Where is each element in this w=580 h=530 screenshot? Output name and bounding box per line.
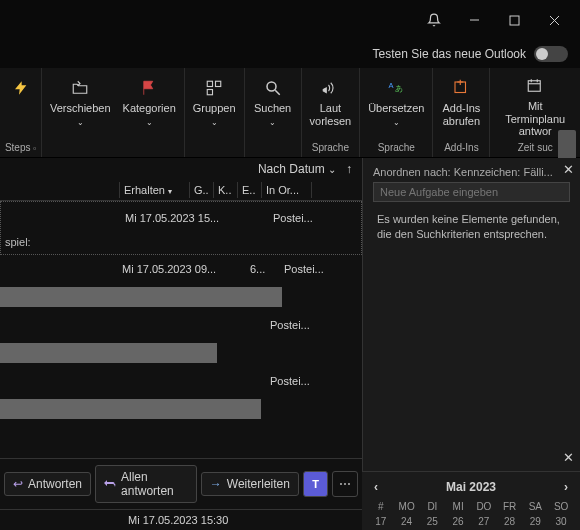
forward-icon: → (210, 477, 222, 491)
quicksteps-button[interactable] (6, 75, 36, 101)
forward-button[interactable]: → Weiterleiten (201, 472, 299, 496)
sort-by-button[interactable]: Nach Datum ⌄ (258, 162, 336, 176)
try-new-outlook-row: Testen Sie das neue Outlook (0, 40, 580, 68)
svg-rect-4 (207, 81, 212, 86)
calendar-peek: ✕ ‹ Mai 2023 › # MO DI MI DO FR SA SO 17… (362, 471, 580, 530)
calendar-day[interactable]: 25 (420, 515, 446, 528)
svg-text:あ: あ (395, 84, 403, 93)
get-addins-button[interactable]: Add-Ins abrufen (435, 75, 487, 129)
calendar-day[interactable]: 29 (523, 515, 549, 528)
close-task-pane-button[interactable]: ✕ (563, 162, 574, 177)
sort-row: Nach Datum ⌄ ↑ (0, 158, 362, 180)
move-button[interactable]: Verschieben ⌄ (44, 75, 117, 129)
calendar-day[interactable]: 30 (548, 515, 574, 528)
more-actions-button[interactable]: ⋯ (332, 471, 358, 497)
calendar-day[interactable]: 24 (394, 515, 420, 528)
chevron-down-icon: ⌄ (393, 118, 400, 127)
groups-button[interactable]: Gruppen ⌄ (187, 75, 242, 129)
translate-button[interactable]: Aあ Übersetzen ⌄ (362, 75, 430, 129)
language-group-label-2: Sprache (378, 140, 415, 154)
maximize-button[interactable] (496, 6, 532, 34)
try-new-outlook-toggle[interactable] (534, 46, 568, 62)
calendar-next-button[interactable]: › (558, 478, 574, 496)
mail-bar (0, 287, 282, 307)
close-calendar-button[interactable]: ✕ (563, 450, 574, 465)
reading-pane-header: Mi 17.05.2023 15:30 (0, 509, 362, 530)
mail-row[interactable]: Mi 17.05.2023 09... 6... Postei... (0, 255, 362, 283)
chevron-down-icon: ⌄ (269, 118, 276, 127)
minimize-button[interactable] (456, 6, 492, 34)
window-titlebar (0, 0, 580, 40)
calendar-day[interactable]: 26 (445, 515, 471, 528)
svg-rect-5 (216, 81, 221, 86)
reply-icon: ↩ (13, 477, 23, 491)
ribbon: Steps ▫ Verschieben ⌄ Kategorien ⌄ (0, 68, 580, 158)
arrange-by-label[interactable]: Anordnen nach: Kennzeichen: Fälli... (363, 158, 580, 182)
calendar-prev-button[interactable]: ‹ (368, 478, 384, 496)
column-inorder[interactable]: In Or... (262, 182, 312, 198)
mail-bar (0, 399, 261, 419)
chevron-down-icon: ⌄ (211, 118, 218, 127)
chevron-down-icon: ⌄ (146, 118, 153, 127)
svg-rect-14 (528, 81, 540, 92)
mail-list: Mi 17.05.2023 15... Postei... spiel: Mi … (0, 201, 362, 458)
reply-all-button[interactable]: ⮪ Allen antworten (95, 465, 197, 503)
read-aloud-button[interactable]: Laut vorlesen (304, 75, 358, 129)
categories-button[interactable]: Kategorien ⌄ (117, 75, 182, 129)
column-g[interactable]: G.. (190, 182, 214, 198)
calendar-day[interactable]: 27 (471, 515, 497, 528)
calendar-weekdays: # MO DI MI DO FR SA SO 17 24 25 26 27 28… (368, 500, 574, 528)
find-time-group-label: Zeit suc (518, 140, 553, 154)
svg-rect-6 (207, 90, 212, 95)
svg-rect-1 (510, 16, 519, 25)
column-header-row: Erhalten ▾ G.. K.. E.. In Or... (0, 180, 362, 201)
svg-line-8 (275, 90, 280, 95)
calendar-title: Mai 2023 (446, 480, 496, 494)
flag-icon (140, 77, 158, 99)
message-timestamp: Mi 17.05.2023 15:30 (128, 514, 228, 526)
addins-icon (451, 77, 471, 99)
quicksteps-group-label: Steps ▫ (5, 140, 36, 154)
read-aloud-icon (320, 77, 340, 99)
schedule-icon (525, 75, 545, 97)
no-items-message: Es wurden keine Elemente gefunden, die d… (363, 208, 580, 246)
mail-group-label: spiel: (3, 232, 359, 252)
sort-direction-button[interactable]: ↑ (346, 162, 352, 176)
teams-share-button[interactable]: T (303, 471, 329, 497)
mail-bar (0, 343, 217, 363)
chevron-down-icon: ⌄ (328, 164, 336, 175)
try-new-outlook-label: Testen Sie das neue Outlook (373, 47, 526, 61)
column-received[interactable]: Erhalten ▾ (120, 182, 190, 198)
notifications-icon[interactable] (416, 6, 452, 34)
mail-row[interactable]: Postei... (0, 311, 362, 339)
calendar-day[interactable]: 17 (368, 515, 394, 528)
mail-list-pane: Nach Datum ⌄ ↑ Erhalten ▾ G.. K.. E.. In… (0, 158, 362, 530)
translate-icon: Aあ (386, 77, 406, 99)
svg-point-7 (267, 82, 276, 91)
language-group-label: Sprache (312, 140, 349, 154)
search-icon (264, 77, 282, 99)
column-e[interactable]: E.. (238, 182, 262, 198)
mail-row[interactable]: Postei... (0, 367, 362, 395)
search-button[interactable]: Suchen ⌄ (247, 75, 299, 129)
lightning-icon (13, 77, 29, 99)
close-button[interactable] (536, 6, 572, 34)
addins-group-label: Add-Ins (444, 140, 478, 154)
groups-icon (204, 77, 224, 99)
column-k[interactable]: K.. (214, 182, 238, 198)
svg-text:A: A (389, 81, 394, 90)
chevron-down-icon: ⌄ (77, 118, 84, 127)
reply-button[interactable]: ↩ Antworten (4, 472, 91, 496)
folder-move-icon (70, 77, 90, 99)
mail-row[interactable]: Mi 17.05.2023 15... Postei... (3, 204, 359, 232)
reading-pane-actions: ↩ Antworten ⮪ Allen antworten → Weiterle… (0, 458, 362, 509)
reply-all-icon: ⮪ (104, 477, 116, 491)
calendar-day[interactable]: 28 (497, 515, 523, 528)
new-task-input[interactable] (373, 182, 570, 202)
